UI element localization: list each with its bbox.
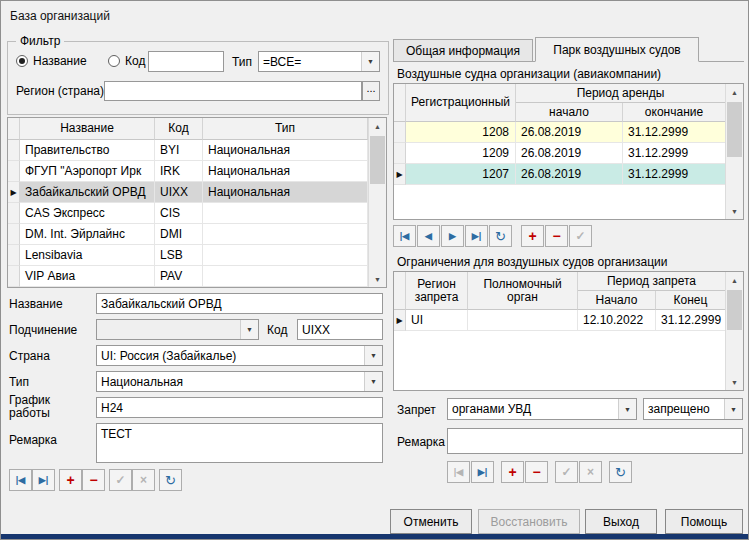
ban-state-select[interactable]: запрещено ▼: [643, 398, 743, 420]
tab-aircraft-fleet[interactable]: Парк воздушных судов: [535, 37, 699, 62]
scrollbar-thumb[interactable]: [727, 290, 742, 330]
restrictions-nav-refresh-button[interactable]: ↻: [609, 461, 632, 483]
titlebar[interactable]: База организаций: [1, 1, 748, 31]
org-name-input[interactable]: Забайкальский ОРВД: [96, 293, 383, 314]
radio-checked-icon: [16, 55, 28, 67]
org-nav-last-button[interactable]: ▶|: [32, 469, 55, 491]
org-grid-name-header[interactable]: Название: [20, 118, 155, 140]
restrictions-nav-cancel-button[interactable]: ×: [579, 461, 602, 483]
restrictions-end-header[interactable]: Конец: [656, 291, 725, 310]
radio-code-label: Код: [125, 54, 145, 68]
ban-authority-select[interactable]: органами УВД ▼: [447, 398, 637, 420]
scroll-down-icon[interactable]: ▼: [369, 271, 386, 287]
scroll-down-icon[interactable]: ▼: [726, 203, 743, 219]
org-type-select[interactable]: Национальная ▼: [96, 371, 383, 392]
org-nav-cancel-button[interactable]: ×: [132, 469, 155, 491]
table-row[interactable]: Правительство BYI Национальная: [8, 140, 368, 161]
table-row[interactable]: CAS Экспресс CIS: [8, 203, 368, 224]
table-row[interactable]: ФГУП "Аэропорт Ирк IRK Национальная: [8, 161, 368, 182]
organizations-grid[interactable]: Название Код Тип Правительство BYI Нацио…: [7, 117, 387, 288]
row-indicator: [8, 224, 20, 245]
chevron-down-icon[interactable]: ▼: [724, 399, 742, 419]
chevron-down-icon[interactable]: ▼: [364, 372, 382, 391]
table-row-selected[interactable]: ▶ 1207 26.08.2019 31.12.2999: [394, 164, 725, 185]
aircraft-nav-prior-button[interactable]: ◀: [417, 225, 440, 247]
org-code-input[interactable]: UIXX: [297, 319, 383, 340]
org-nav-delete-button[interactable]: −: [82, 469, 105, 491]
restrictions-nav-first-button[interactable]: |◀: [447, 461, 470, 483]
aircraft-registration-header[interactable]: Регистрационный: [406, 84, 516, 122]
restrictions-period-header[interactable]: Период запрета: [578, 272, 725, 291]
chevron-down-icon[interactable]: ▼: [361, 52, 379, 71]
scroll-up-icon[interactable]: ▲: [726, 84, 743, 100]
aircraft-end-header[interactable]: окончание: [623, 103, 725, 122]
chevron-down-icon[interactable]: ▼: [364, 346, 382, 365]
aircraft-start-header[interactable]: начало: [516, 103, 623, 122]
restrictions-grid-scrollbar[interactable]: ▲ ▼: [725, 272, 743, 390]
cancel-button[interactable]: Отменить: [390, 509, 472, 534]
scrollbar-track[interactable]: [726, 288, 743, 374]
restrictions-nav-post-button[interactable]: ✓: [555, 461, 578, 483]
chevron-down-icon[interactable]: ▼: [618, 399, 636, 419]
org-grid-scrollbar[interactable]: ▲ ▼: [368, 118, 386, 287]
org-grid-type-header[interactable]: Тип: [203, 118, 368, 140]
tab-general-info[interactable]: Общая информация: [393, 39, 533, 61]
restrictions-nav-delete-button[interactable]: −: [525, 461, 548, 483]
org-remark-input[interactable]: ТЕСТ: [96, 423, 383, 463]
restrictions-authority-header[interactable]: Полномочный орган: [468, 272, 578, 310]
org-name-cell: Правительство: [20, 140, 155, 161]
scroll-up-icon[interactable]: ▲: [369, 118, 386, 134]
window-title: База организаций: [10, 9, 110, 23]
restrictions-region-header[interactable]: Регион запрета: [406, 272, 468, 310]
scrollbar-thumb[interactable]: [370, 136, 385, 184]
org-grid-code-header[interactable]: Код: [155, 118, 203, 140]
org-nav-insert-button[interactable]: +: [59, 469, 82, 491]
aircraft-nav-post-button[interactable]: ✓: [569, 225, 592, 247]
scroll-down-icon[interactable]: ▼: [726, 374, 743, 390]
scrollbar-track[interactable]: [369, 134, 386, 271]
aircraft-lease-period-header[interactable]: Период аренды: [516, 84, 725, 103]
table-row[interactable]: DM. Int. Эйрлайнс DMI: [8, 224, 368, 245]
restrictions-nav-last-button[interactable]: ▶|: [471, 461, 494, 483]
filter-by-code-radio[interactable]: Код: [108, 54, 145, 68]
aircraft-nav-first-button[interactable]: |◀: [393, 225, 416, 247]
aircraft-nav-refresh-button[interactable]: ↻: [489, 225, 512, 247]
scrollbar-track[interactable]: [726, 100, 743, 203]
filter-by-name-radio[interactable]: Название: [16, 54, 87, 68]
chevron-down-icon[interactable]: ▼: [240, 320, 258, 339]
org-nav-first-button[interactable]: |◀: [9, 469, 32, 491]
aircraft-grid[interactable]: Регистрационный Период аренды начало око…: [393, 83, 744, 220]
restrictions-grid[interactable]: Регион запрета Полномочный орган Период …: [393, 271, 744, 391]
scroll-up-icon[interactable]: ▲: [726, 272, 743, 288]
subordination-select[interactable]: ▼: [96, 319, 259, 340]
help-button[interactable]: Помощь: [665, 509, 743, 534]
schedule-input[interactable]: H24: [96, 397, 383, 418]
aircraft-nav-delete-button[interactable]: −: [545, 225, 568, 247]
org-name-value: Забайкальский ОРВД: [101, 297, 222, 311]
filter-legend: Фильтр: [16, 34, 64, 48]
table-row-selected[interactable]: ▶ Забайкальский ОРВД UIXX Национальная: [8, 182, 368, 203]
table-row[interactable]: 1209 26.08.2019 31.12.2999: [394, 143, 725, 164]
region-browse-button[interactable]: ...: [362, 81, 380, 101]
region-filter-input[interactable]: [104, 81, 362, 101]
org-code-cell: PAV: [155, 266, 203, 287]
exit-button[interactable]: Выход: [585, 509, 657, 534]
aircraft-nav-next-button[interactable]: ▶: [441, 225, 464, 247]
org-nav-post-button[interactable]: ✓: [109, 469, 132, 491]
table-row[interactable]: Lensibavia LSB: [8, 245, 368, 266]
country-select[interactable]: UI: Россия (Забайкалье) ▼: [96, 345, 383, 366]
table-row[interactable]: 1208 26.08.2019 31.12.2999: [394, 122, 725, 143]
table-row-selected[interactable]: ▶ UI 12.10.2022 31.12.2999: [394, 310, 725, 331]
org-code-cell: DMI: [155, 224, 203, 245]
restrictions-nav-insert-button[interactable]: +: [501, 461, 524, 483]
restrictions-start-header[interactable]: Начало: [578, 291, 656, 310]
scrollbar-thumb[interactable]: [727, 102, 742, 157]
aircraft-nav-last-button[interactable]: ▶|: [465, 225, 488, 247]
org-nav-refresh-button[interactable]: ↻: [159, 469, 182, 491]
type-filter-select[interactable]: =ВСЕ= ▼: [258, 51, 380, 72]
name-filter-input[interactable]: [148, 51, 224, 72]
aircraft-nav-insert-button[interactable]: +: [521, 225, 544, 247]
table-row[interactable]: VIP Авиа PAV: [8, 266, 368, 287]
ban-remark-input[interactable]: [447, 428, 743, 454]
aircraft-grid-scrollbar[interactable]: ▲ ▼: [725, 84, 743, 219]
